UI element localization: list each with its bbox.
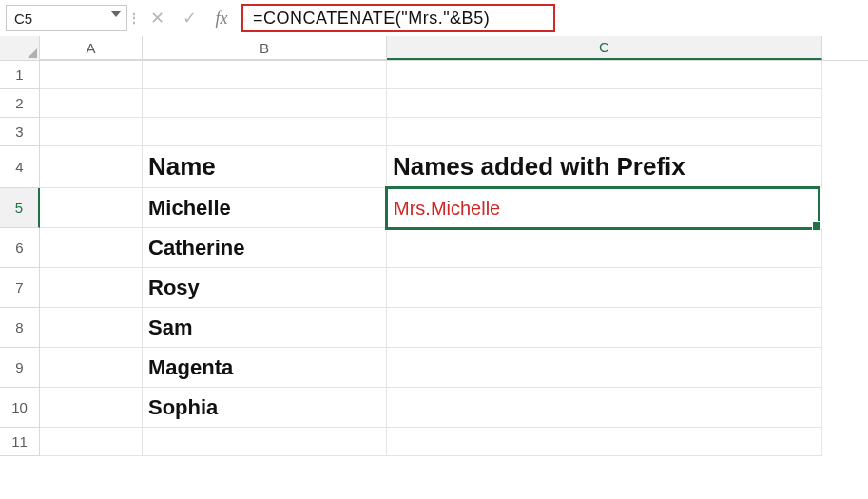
row-header-2[interactable]: 2: [0, 89, 40, 118]
close-icon: ✕: [150, 8, 164, 29]
row: 7 Rosy: [0, 268, 868, 308]
row-header-4[interactable]: 4: [0, 146, 40, 188]
cell-A3[interactable]: [40, 118, 143, 146]
cell-B11[interactable]: [143, 428, 387, 456]
cell-B7[interactable]: Rosy: [143, 268, 387, 308]
row-header-5[interactable]: 5: [0, 188, 40, 228]
row: 9 Magenta: [0, 348, 868, 388]
row-header-8[interactable]: 8: [0, 308, 40, 348]
formula-text: =CONCATENATE("Mrs."&B5): [253, 9, 490, 29]
name-box-value: C5: [14, 10, 32, 27]
separator-icon: ⋮: [127, 10, 141, 26]
cell-C7[interactable]: [387, 268, 822, 308]
cell-A8[interactable]: [40, 308, 143, 348]
column-header-B[interactable]: B: [143, 36, 387, 60]
cell-A9[interactable]: [40, 348, 143, 388]
accept-formula-button[interactable]: ✓: [173, 5, 205, 31]
formula-bar: C5 ⋮ ✕ ✓ fx =CONCATENATE("Mrs."&B5): [0, 0, 868, 36]
cell-C10[interactable]: [387, 388, 822, 428]
column-header-A[interactable]: A: [40, 36, 143, 60]
row-header-11[interactable]: 11: [0, 428, 40, 456]
cell-B10[interactable]: Sophia: [143, 388, 387, 428]
cell-A4[interactable]: [40, 146, 143, 188]
row-header-7[interactable]: 7: [0, 268, 40, 308]
row-header-3[interactable]: 3: [0, 118, 40, 146]
cell-B2[interactable]: [143, 89, 387, 118]
row-header-1[interactable]: 1: [0, 61, 40, 89]
row-header-10[interactable]: 10: [0, 388, 40, 428]
chevron-down-icon[interactable]: [111, 11, 121, 17]
fx-icon: fx: [216, 9, 228, 29]
cell-C3[interactable]: [387, 118, 822, 146]
cell-B1[interactable]: [143, 61, 387, 89]
cell-B4[interactable]: Name: [143, 146, 387, 188]
row: 3: [0, 118, 868, 146]
cancel-formula-button[interactable]: ✕: [141, 5, 173, 31]
cell-C2[interactable]: [387, 89, 822, 118]
cell-B5[interactable]: Michelle: [143, 188, 387, 228]
cell-A11[interactable]: [40, 428, 143, 456]
cell-A1[interactable]: [40, 61, 143, 89]
row: 8 Sam: [0, 308, 868, 348]
column-header-C[interactable]: C: [387, 36, 822, 60]
column-header-row: A B C: [0, 36, 868, 61]
insert-function-button[interactable]: fx: [205, 5, 238, 31]
spreadsheet-grid: 1 2 3 4 Name Names added with Prefix 5 M…: [0, 61, 868, 456]
row-header-9[interactable]: 9: [0, 348, 40, 388]
cell-A6[interactable]: [40, 228, 143, 268]
cell-A2[interactable]: [40, 89, 143, 118]
cell-C5[interactable]: Mrs.Michelle: [385, 186, 820, 230]
formula-input[interactable]: =CONCATENATE("Mrs."&B5): [241, 4, 555, 32]
check-icon: ✓: [183, 8, 197, 29]
cell-C1[interactable]: [387, 61, 822, 89]
row-header-6[interactable]: 6: [0, 228, 40, 268]
cell-A10[interactable]: [40, 388, 143, 428]
cell-B8[interactable]: Sam: [143, 308, 387, 348]
row: 1: [0, 61, 868, 89]
cell-A7[interactable]: [40, 268, 143, 308]
row: 2: [0, 89, 868, 118]
cell-C6[interactable]: [387, 228, 822, 268]
cell-B9[interactable]: Magenta: [143, 348, 387, 388]
cell-C4[interactable]: Names added with Prefix: [387, 146, 822, 188]
cell-C11[interactable]: [387, 428, 822, 456]
row: 11: [0, 428, 868, 456]
row: 4 Name Names added with Prefix: [0, 146, 868, 188]
row: 5 Michelle Mrs.Michelle: [0, 188, 868, 228]
name-box[interactable]: C5: [6, 5, 127, 31]
row: 10 Sophia: [0, 388, 868, 428]
cell-B3[interactable]: [143, 118, 387, 146]
cell-C9[interactable]: [387, 348, 822, 388]
row: 6 Catherine: [0, 228, 868, 268]
cell-C8[interactable]: [387, 308, 822, 348]
cell-A5[interactable]: [40, 188, 143, 228]
select-all-corner[interactable]: [0, 36, 40, 61]
cell-B6[interactable]: Catherine: [143, 228, 387, 268]
